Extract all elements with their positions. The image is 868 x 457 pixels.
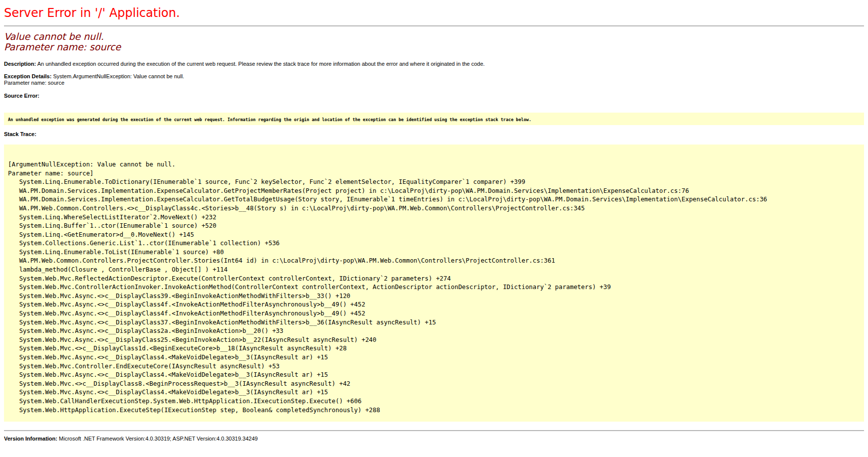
source-error-label: Source Error: — [4, 93, 39, 99]
description-text: An unhandled exception occurred during t… — [37, 61, 485, 67]
source-error-box: An unhandled exception was generated dur… — [4, 113, 864, 125]
description-section: Description: An unhandled exception occu… — [4, 61, 864, 67]
source-error-text: An unhandled exception was generated dur… — [8, 117, 531, 122]
title-divider — [4, 25, 864, 26]
stack-trace-text: [ArgumentNullException: Value cannot be … — [4, 145, 864, 422]
error-page: Server Error in '/' Application. Value c… — [4, 5, 864, 442]
page-title: Server Error in '/' Application. — [4, 5, 864, 21]
version-info: Version Information: Microsoft .NET Fram… — [4, 436, 864, 442]
stack-trace-label: Stack Trace: — [4, 131, 36, 137]
exception-details-section: Exception Details: System.ArgumentNullEx… — [4, 73, 864, 86]
stack-trace-box: [ArgumentNullException: Value cannot be … — [4, 145, 864, 422]
error-message-line2: Parameter name: source — [4, 41, 121, 52]
source-error-section: Source Error: — [4, 93, 864, 99]
error-message: Value cannot be null.Parameter name: sou… — [4, 31, 864, 52]
version-info-label: Version Information: — [4, 436, 57, 442]
footer-divider — [4, 430, 864, 431]
version-info-text: Microsoft .NET Framework Version:4.0.303… — [59, 436, 258, 442]
exception-details-text: System.ArgumentNullException: Value cann… — [53, 73, 184, 79]
stack-trace-section: Stack Trace: — [4, 131, 864, 138]
exception-details-label: Exception Details: — [4, 73, 51, 79]
description-label: Description: — [4, 61, 36, 67]
exception-details-parameter: Parameter name: source — [4, 80, 64, 86]
error-message-line1: Value cannot be null. — [4, 31, 104, 42]
